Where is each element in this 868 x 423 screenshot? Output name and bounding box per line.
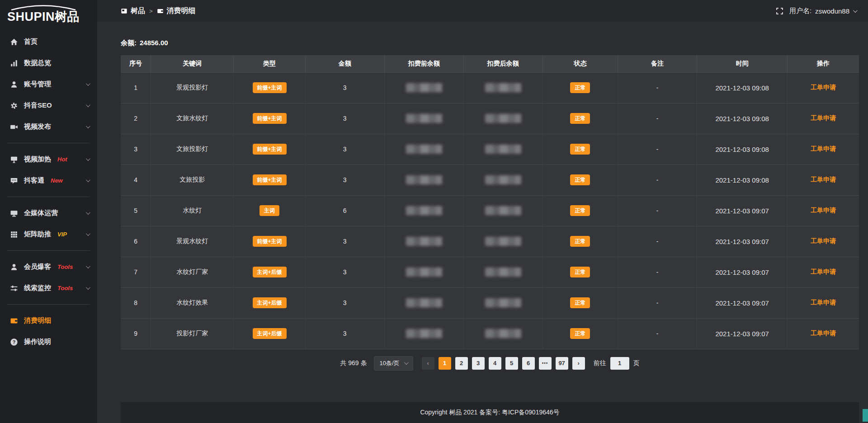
cell-keyword: 水纹灯效果 [151,287,234,318]
sidebar-item[interactable]: 视频发布 [0,116,97,137]
cell-amount: 3 [305,318,384,349]
sidebar-item-label: 抖客通 [24,176,44,185]
work-order-link[interactable]: 工单申请 [811,268,836,275]
sidebar-item[interactable]: 消费明细 [0,310,97,331]
chevron-down-icon [86,156,90,161]
chevron-down-icon [853,8,858,13]
balance: 余额:24856.00 [121,39,859,47]
breadcrumb-current[interactable]: 消费明细 [157,6,196,16]
logo-en: SHUPIN [7,10,55,24]
work-order-link[interactable]: 工单申请 [811,84,836,91]
goto-page-input[interactable] [610,357,629,370]
fullscreen-icon[interactable] [776,7,783,15]
projector-icon [10,155,18,164]
member-icon [10,263,18,271]
work-order-link[interactable]: 工单申请 [811,329,836,337]
sidebar-item[interactable]: ?操作说明 [0,331,97,352]
type-badge: 前缀+主词 [253,82,287,93]
question-icon: ? [10,338,18,346]
sidebar-item[interactable]: 数据总览 [0,52,97,74]
page-button[interactable]: 97 [556,357,568,370]
cell-index: 9 [121,318,151,349]
work-order-link[interactable]: 工单申请 [811,299,836,306]
work-order-link[interactable]: 工单申请 [811,114,836,122]
cell-time: 2021-12-03 09:08 [697,164,788,195]
sliders-icon [10,284,18,292]
cell-index: 8 [121,287,151,318]
masked-balance-after [485,145,521,154]
status-badge: 正常 [570,113,590,124]
cell-remark: - [618,226,697,257]
sidebar-item[interactable]: 矩阵助推VIP [0,224,97,245]
page-ellipsis-button[interactable]: ••• [539,357,552,370]
user-icon [10,80,18,89]
status-badge: 正常 [570,205,590,216]
sidebar-item[interactable]: 抖客通New [0,170,97,191]
table-header-row: 序号关键词类型金额扣费前余额扣费后余额状态备注时间操作 [121,55,859,72]
chat-icon [10,177,18,185]
status-badge: 正常 [570,267,590,277]
work-order-link[interactable]: 工单申请 [811,207,836,214]
footer: Copyright 树品 2021 备案号: 粤ICP备09019646号 [121,402,859,423]
table-row: 6景观水纹灯前缀+主词3正常-2021-12-03 09:07工单申请 [121,226,859,257]
balance-label: 余额: [121,39,137,47]
masked-balance-after [485,206,521,215]
sidebar-item[interactable]: 会员爆客Tools [0,256,97,277]
sidebar-item[interactable]: 抖音SEO [0,95,97,116]
page-button[interactable]: 3 [472,357,485,370]
page-size-select[interactable]: 10条/页 [374,356,413,371]
cell-remark: - [618,72,697,103]
chat-widget[interactable] [863,409,868,422]
cell-keyword: 景观水纹灯 [151,226,234,257]
page-button[interactable]: 4 [489,357,501,370]
page-button[interactable]: 5 [505,357,518,370]
breadcrumb-root[interactable]: 树品 [121,6,145,16]
next-page-button[interactable]: › [572,357,585,370]
work-order-link[interactable]: 工单申请 [811,237,836,244]
prev-page-button[interactable]: ‹ [422,357,434,370]
sidebar-item[interactable]: 首页 [0,31,97,52]
work-order-link[interactable]: 工单申请 [811,176,836,183]
cell-time: 2021-12-03 09:07 [697,287,788,318]
svg-text:?: ? [13,339,16,344]
sidebar-item-tag: New [51,177,63,184]
page-button[interactable]: 6 [522,357,535,370]
page-button[interactable]: 1 [439,357,451,370]
work-order-link[interactable]: 工单申请 [811,145,836,152]
sidebar-item-label: 视频发布 [24,122,51,131]
sidebar-item-label: 矩阵助推 [24,230,51,239]
topbar: 树品 > 消费明细 用户名: zswodun88 [97,0,868,22]
sidebar-divider [7,250,90,251]
app-root: SHUPIN树品 首页数据总览账号管理抖音SEO视频发布视频加热Hot抖客通Ne… [0,0,868,423]
cell-remark: - [618,134,697,164]
sidebar-item[interactable]: 线索监控Tools [0,277,97,299]
cell-amount: 3 [305,287,384,318]
masked-balance-before [406,329,442,338]
column-header: 扣费前余额 [384,55,463,72]
cell-index: 4 [121,164,151,195]
sidebar-item-label: 视频加热 [24,155,51,164]
page-size-value: 10条/页 [380,359,400,367]
sidebar-nav: 首页数据总览账号管理抖音SEO视频发布视频加热Hot抖客通New全媒体运营矩阵助… [0,31,97,352]
status-badge: 正常 [570,328,590,339]
user-dropdown[interactable]: 用户名: zswodun88 [789,7,856,15]
sidebar-item[interactable]: 视频加热Hot [0,149,97,170]
sidebar-item-label: 线索监控 [24,284,51,292]
logo-cn: 树品 [55,10,80,24]
sidebar-item-label: 抖音SEO [24,101,52,110]
type-badge: 前缀+主词 [253,236,287,247]
page-button[interactable]: 2 [455,357,468,370]
breadcrumb: 树品 > 消费明细 [121,6,196,16]
bar-chart-icon [10,59,18,67]
sidebar-divider [7,143,90,143]
sidebar-item[interactable]: 账号管理 [0,74,97,95]
goto-unit-label: 页 [633,359,640,367]
cell-keyword: 文旅水纹灯 [151,103,234,134]
sidebar-item-tag: VIP [57,231,67,238]
column-header: 时间 [697,55,788,72]
sidebar-item[interactable]: 全媒体运营 [0,202,97,224]
copyright-text: Copyright 树品 2021 备案号: 粤ICP备09019646号 [420,409,559,417]
table-row: 4文旅投影前缀+主词3正常-2021-12-03 09:08工单申请 [121,164,859,195]
cell-time: 2021-12-03 09:08 [697,72,788,103]
username-label: 用户名: [789,7,811,15]
